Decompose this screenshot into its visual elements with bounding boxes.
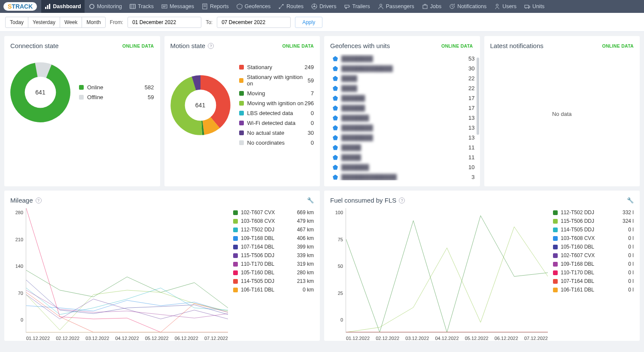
settings-icon[interactable]: 🔧 bbox=[627, 197, 634, 203]
geofence-row[interactable]: ██████████████3 bbox=[330, 172, 477, 180]
units-icon bbox=[524, 3, 530, 9]
settings-icon[interactable]: 🔧 bbox=[307, 197, 314, 203]
notifications-card: Latest notifications ONLINE DATA No data bbox=[484, 36, 640, 186]
geofence-icon bbox=[333, 86, 338, 91]
preset-week[interactable]: Week bbox=[60, 17, 82, 27]
trailers-icon bbox=[344, 3, 350, 9]
nav-units[interactable]: Units bbox=[521, 0, 548, 13]
nav-messages[interactable]: Messages bbox=[158, 0, 197, 13]
legend-item: No actual state30 bbox=[239, 128, 314, 138]
nav-routes[interactable]: Routes bbox=[275, 0, 307, 13]
reports-icon bbox=[202, 3, 208, 9]
legend-item: 114-T505 DDJ213 km bbox=[233, 277, 314, 285]
legend-item: 102-T607 CVX669 km bbox=[233, 208, 314, 217]
connection-legend: Online582Offline59 bbox=[79, 82, 154, 102]
geofence-icon bbox=[333, 56, 338, 61]
nav-users[interactable]: Users bbox=[491, 0, 520, 13]
routes-icon bbox=[278, 3, 284, 9]
geofences-icon bbox=[237, 3, 243, 9]
date-presets: TodayYesterdayWeekMonth bbox=[5, 17, 106, 28]
no-data-message: No data bbox=[490, 54, 634, 174]
dashboard-grid: Connection state ONLINE DATA 641 Online5… bbox=[0, 32, 644, 345]
monitoring-icon bbox=[89, 3, 95, 9]
nav-passengers[interactable]: Passengers bbox=[374, 0, 418, 13]
svg-rect-4 bbox=[130, 4, 135, 9]
y-axis: 1007550250 bbox=[330, 208, 346, 333]
card-title: Geofences with units bbox=[330, 42, 390, 49]
x-axis: 01.12.202202.12.202203.12.202204.12.2022… bbox=[346, 336, 548, 341]
drivers-icon bbox=[311, 3, 317, 9]
geofence-row[interactable]: ██████17 bbox=[330, 103, 477, 113]
legend-item: 109-T168 DBL0 l bbox=[553, 260, 634, 268]
geofence-icon bbox=[333, 135, 338, 140]
geofence-icon bbox=[333, 125, 338, 130]
nav-reports[interactable]: Reports bbox=[198, 0, 232, 13]
online-data-tag: ONLINE DATA bbox=[441, 43, 473, 49]
nav-trailers[interactable]: Trailers bbox=[341, 0, 374, 13]
card-title: Connection state bbox=[10, 42, 59, 49]
to-date-input[interactable] bbox=[217, 17, 291, 28]
geofence-row[interactable]: ████████13 bbox=[330, 133, 477, 143]
geofence-row[interactable]: ████████13 bbox=[330, 123, 477, 133]
geofence-row[interactable]: █████████████30 bbox=[330, 64, 477, 73]
geofence-icon bbox=[333, 175, 338, 180]
legend-item: Online582 bbox=[79, 82, 154, 92]
nav-jobs[interactable]: Jobs bbox=[419, 0, 445, 13]
motion-donut-chart: 641 bbox=[170, 75, 231, 135]
x-axis: 01.12.202202.12.202203.12.202204.12.2022… bbox=[26, 336, 228, 341]
svg-rect-2 bbox=[49, 4, 50, 9]
geofence-icon bbox=[333, 115, 338, 121]
mileage-legend: 102-T607 CVX669 km103-T608 CVX479 km112-… bbox=[228, 208, 314, 333]
apply-button[interactable]: Apply bbox=[295, 17, 322, 28]
card-title: Latest notifications bbox=[490, 42, 544, 49]
geofence-icon bbox=[333, 106, 338, 111]
geofence-row[interactable]: █████11 bbox=[330, 143, 477, 152]
geofence-row[interactable]: ████████53 bbox=[330, 54, 477, 64]
geofences-list[interactable]: ████████53█████████████30████22████22███… bbox=[330, 54, 477, 180]
svg-rect-5 bbox=[162, 5, 167, 8]
legend-item: 102-T607 CVX0 l bbox=[553, 251, 634, 260]
legend-item: No coordinates0 bbox=[239, 138, 314, 148]
legend-item: 103-T608 CVX0 l bbox=[553, 234, 634, 243]
nav-monitoring[interactable]: Monitoring bbox=[85, 0, 125, 13]
geofence-row[interactable]: ███████13 bbox=[330, 113, 477, 123]
online-data-tag: ONLINE DATA bbox=[283, 43, 314, 49]
nav-notifications[interactable]: Notifications bbox=[446, 0, 490, 13]
from-label: From: bbox=[110, 19, 123, 25]
help-icon[interactable]: ? bbox=[36, 197, 42, 203]
geofence-icon bbox=[333, 96, 338, 101]
nav-tracks[interactable]: Tracks bbox=[126, 0, 157, 13]
mileage-chart: 01.12.202202.12.202203.12.202204.12.2022… bbox=[26, 208, 228, 333]
top-nav: STRACK DashboardMonitoringTracksMessages… bbox=[0, 0, 644, 13]
preset-month[interactable]: Month bbox=[82, 17, 105, 27]
from-date-input[interactable] bbox=[128, 17, 201, 28]
geofence-row[interactable]: ██████17 bbox=[330, 93, 477, 103]
legend-item: 110-T170 DBL0 l bbox=[553, 268, 634, 277]
mileage-card: Mileage ? 🔧 280210140700 01.12.202202.12… bbox=[4, 191, 320, 341]
geofence-row[interactable]: ████22 bbox=[330, 83, 477, 93]
geofence-row[interactable]: █████11 bbox=[330, 152, 477, 162]
legend-item: LBS detected data0 bbox=[239, 108, 314, 118]
geofence-icon bbox=[333, 165, 338, 170]
dashboard-icon bbox=[45, 3, 51, 9]
card-title: Fuel consumed by FLS ? bbox=[330, 197, 405, 204]
geofence-row[interactable]: ███████10 bbox=[330, 162, 477, 172]
preset-yesterday[interactable]: Yesterday bbox=[28, 17, 60, 27]
nav-drivers[interactable]: Drivers bbox=[308, 0, 340, 13]
help-icon[interactable]: ? bbox=[399, 197, 405, 203]
legend-item: Stationary with ignition on59 bbox=[239, 72, 314, 88]
nav-dashboard[interactable]: Dashboard bbox=[41, 0, 84, 13]
svg-rect-14 bbox=[423, 5, 427, 9]
legend-item: 110-T170 DBL319 km bbox=[233, 260, 314, 268]
legend-item: 115-T506 DDJ324 l bbox=[553, 217, 634, 225]
scrollbar-thumb[interactable] bbox=[477, 58, 479, 135]
help-icon[interactable]: ? bbox=[208, 43, 214, 49]
fuel-chart: 01.12.202202.12.202203.12.202204.12.2022… bbox=[346, 208, 548, 333]
nav-geofences[interactable]: Geofences bbox=[233, 0, 274, 13]
connection-state-card: Connection state ONLINE DATA 641 Online5… bbox=[4, 36, 160, 186]
preset-today[interactable]: Today bbox=[6, 17, 28, 27]
geofence-row[interactable]: ████22 bbox=[330, 73, 477, 83]
y-axis: 280210140700 bbox=[10, 208, 26, 333]
legend-item: Wi-Fi detected data0 bbox=[239, 118, 314, 128]
donut-total: 641 bbox=[28, 80, 52, 104]
